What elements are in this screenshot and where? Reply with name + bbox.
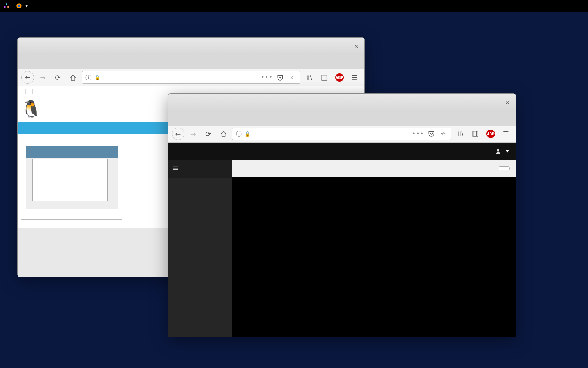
menu-icon[interactable]: ☰: [499, 128, 512, 140]
svg-point-2: [7, 6, 9, 8]
hot-list: [21, 220, 122, 225]
titlebar[interactable]: ✕: [18, 38, 364, 55]
user-menu[interactable]: ▼: [495, 148, 509, 154]
user-icon: [495, 148, 501, 154]
firefox-window-front: ✕ ← → ⟳ ⓘ 🔒 ••• ☆ ABP ☰ ▼: [168, 93, 516, 337]
titlebar[interactable]: ✕: [168, 94, 516, 111]
menu-icon[interactable]: ☰: [348, 71, 361, 84]
back-button[interactable]: ←: [21, 71, 34, 84]
abp-icon[interactable]: ABP: [333, 71, 346, 84]
reload-button[interactable]: ⟳: [51, 71, 64, 84]
activities-button[interactable]: [4, 3, 11, 9]
sidebar-icon[interactable]: [318, 71, 331, 84]
info-icon[interactable]: ⓘ: [85, 74, 91, 82]
close-button[interactable]: ✕: [352, 42, 360, 50]
toolbar: ← → ⟳ ⓘ 🔒 ••• ☆ ABP ☰: [18, 69, 364, 86]
svg-rect-17: [173, 169, 178, 171]
page-actions-icon[interactable]: •••: [261, 74, 273, 81]
terminal-header: [232, 160, 515, 177]
cockpit-main: [232, 160, 515, 337]
forward-button: →: [187, 128, 200, 140]
lock-icon: 🔒: [94, 75, 100, 81]
svg-point-15: [497, 149, 499, 152]
svg-point-0: [6, 4, 7, 5]
bookmark-star-icon[interactable]: ☆: [439, 131, 448, 137]
server-icon: [173, 166, 178, 172]
gnome-topbar: ▼ ▼: [0, 0, 588, 12]
terminal-output[interactable]: [232, 177, 515, 337]
library-icon[interactable]: [454, 128, 467, 140]
svg-rect-11: [322, 75, 327, 80]
sidebar-icon[interactable]: [469, 128, 482, 140]
back-button[interactable]: ←: [172, 128, 184, 140]
chevron-down-icon: ▼: [506, 149, 509, 153]
close-button[interactable]: ✕: [504, 99, 511, 107]
svg-point-1: [4, 6, 6, 8]
url-bar[interactable]: ⓘ 🔒 ••• ☆: [82, 71, 301, 84]
toolbar: ← → ⟳ ⓘ 🔒 ••• ☆ ABP ☰: [168, 126, 516, 143]
svg-point-4: [18, 5, 20, 7]
bookmark-star-icon[interactable]: ☆: [287, 74, 296, 81]
featured-thumbnail[interactable]: [26, 146, 118, 209]
svg-rect-13: [473, 131, 478, 136]
pocket-icon[interactable]: [276, 74, 285, 81]
info-icon[interactable]: ⓘ: [236, 130, 242, 138]
url-bar[interactable]: ⓘ 🔒 ••• ☆: [232, 128, 451, 140]
news-list: [122, 144, 126, 225]
hot-header: [21, 214, 122, 220]
reset-button[interactable]: [499, 166, 510, 171]
lock-icon: 🔒: [244, 131, 251, 137]
app-menu[interactable]: ▼: [16, 3, 28, 9]
chevron-down-icon: ▼: [25, 4, 28, 8]
home-button[interactable]: [217, 128, 230, 140]
tab-strip: [168, 111, 516, 126]
library-icon[interactable]: [303, 71, 315, 84]
page-actions-icon[interactable]: •••: [412, 131, 425, 137]
reload-button[interactable]: ⟳: [202, 128, 215, 140]
forward-button: →: [36, 71, 49, 84]
cockpit-sidebar: [168, 160, 232, 337]
abp-icon[interactable]: ABP: [484, 128, 497, 140]
firefox-icon: [16, 3, 22, 9]
cockpit-content: ▼: [168, 143, 516, 337]
svg-rect-16: [173, 167, 178, 169]
host-selector[interactable]: [168, 160, 232, 178]
pocket-icon[interactable]: [427, 130, 436, 137]
tux-icon: 🐧: [21, 99, 42, 119]
activities-icon: [4, 3, 9, 9]
home-button[interactable]: [67, 71, 79, 84]
tab-strip: [18, 55, 364, 69]
cockpit-header: ▼: [168, 143, 516, 160]
